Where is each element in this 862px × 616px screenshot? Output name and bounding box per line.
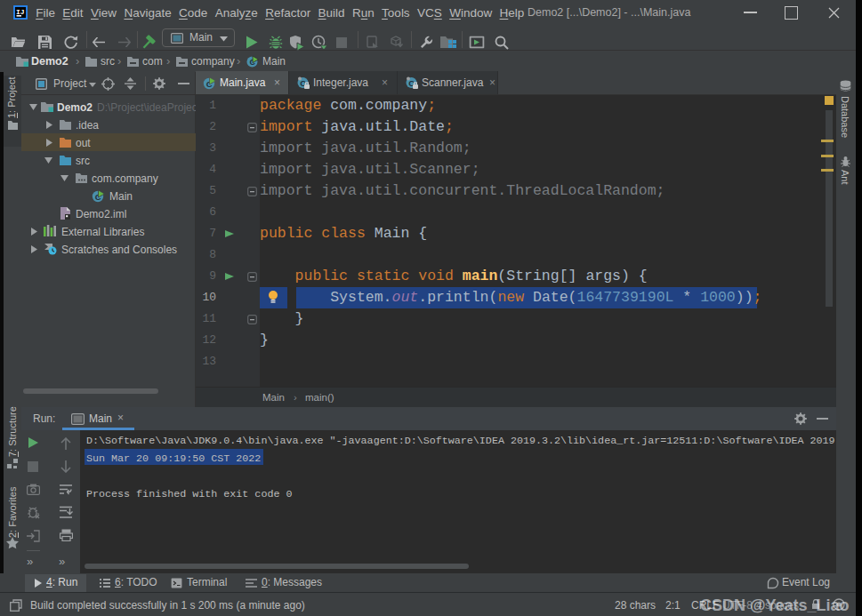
svg-text:IJ: IJ <box>16 8 25 16</box>
